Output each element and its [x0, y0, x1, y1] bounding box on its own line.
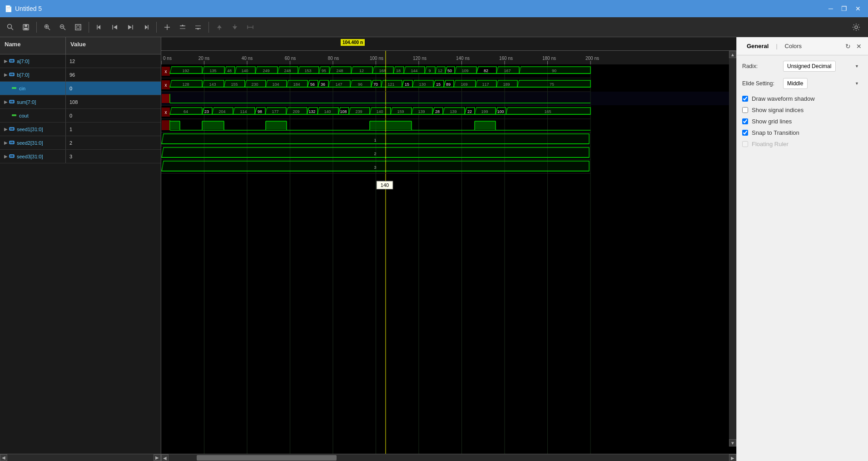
svg-rect-324 — [443, 108, 464, 114]
search-toolbar-button[interactable] — [4, 20, 17, 34]
svg-rect-313 — [391, 108, 411, 114]
signal-horizontal-scrollbar[interactable]: ◀ ▶ — [0, 454, 161, 461]
draw-waveform-shadow-checkbox[interactable] — [742, 96, 748, 102]
zoom-in-button[interactable] — [40, 20, 54, 34]
radix-select[interactable]: Binary Octal Unsigned Decimal Signed Dec… — [783, 61, 836, 72]
svg-rect-224 — [351, 81, 371, 87]
floating-ruler-row: Floating Ruler — [742, 141, 863, 147]
svg-rect-194 — [203, 81, 223, 87]
svg-text:70: 70 — [373, 82, 378, 87]
svg-marker-32 — [233, 26, 237, 29]
signal-value-seed1: 1 — [66, 127, 76, 132]
signal-row-seed2[interactable]: ▶seed2[31:0]2 — [0, 136, 161, 150]
floating-ruler-checkbox[interactable] — [742, 141, 748, 147]
show-grid-lines-row: Show grid lines — [742, 118, 863, 125]
close-panel-button[interactable]: ✕ — [854, 42, 863, 51]
signal-row-b70[interactable]: ▶b[7:0]96 — [0, 68, 161, 82]
maximize-button[interactable]: ❐ — [838, 4, 850, 13]
show-signal-indices-label: Show signal indices — [752, 107, 804, 113]
svg-marker-17 — [114, 25, 117, 29]
toolbar-sep-1 — [36, 22, 37, 33]
show-signal-indices-checkbox[interactable] — [742, 107, 748, 113]
toolbar-sep-3 — [156, 22, 157, 33]
h-scroll-left[interactable]: ◀ — [161, 454, 169, 461]
right-panel-content: Radix: Binary Octal Unsigned Decimal Sig… — [737, 55, 868, 157]
signal-panel: Name Value ▶a[7:0]12▶b[7:0]96cin0▶sum[7:… — [0, 37, 161, 461]
refresh-button[interactable]: ↻ — [843, 42, 853, 51]
svg-text:132: 132 — [308, 109, 315, 114]
fit-button[interactable] — [71, 20, 85, 34]
signal-row-a70[interactable]: ▶a[7:0]12 — [0, 54, 161, 68]
sig-scroll-right[interactable]: ▶ — [154, 454, 161, 461]
minimize-button[interactable]: ─ — [826, 4, 836, 13]
main-layout: Name Value ▶a[7:0]12▶b[7:0]96cin0▶sum[7:… — [0, 37, 868, 461]
time-range-button[interactable] — [243, 20, 257, 34]
signal-row-cin[interactable]: cin0 — [0, 82, 161, 95]
elide-select-wrapper: Left Middle Right None — [783, 78, 863, 89]
insert-below-button[interactable] — [191, 20, 205, 34]
expand-arrow-b70[interactable]: ▶ — [4, 72, 8, 77]
waveform-scroll[interactable]: ▲ ▼ 0 ns 20 ns 40 ns 60 ns 80 ns 100 ns … — [161, 51, 736, 454]
svg-point-37 — [855, 26, 858, 29]
signal-row-seed3[interactable]: ▶seed3[31:0]3 — [0, 150, 161, 163]
close-button[interactable]: ✕ — [853, 4, 863, 13]
expand-arrow-seed2[interactable]: ▶ — [4, 140, 8, 145]
add-signal-button[interactable] — [160, 20, 174, 34]
save-toolbar-button[interactable] — [19, 20, 33, 34]
svg-rect-238 — [413, 81, 433, 87]
signal-icon-seed3 — [9, 153, 15, 160]
move-down-button[interactable] — [228, 20, 242, 34]
waveform-canvas[interactable]: 0 ns 20 ns 40 ns 60 ns 80 ns 100 ns 120 … — [161, 51, 729, 454]
h-scroll-thumb[interactable] — [197, 455, 337, 461]
svg-rect-158 — [404, 67, 424, 73]
svg-rect-260 — [518, 81, 590, 87]
svg-rect-372 — [162, 162, 589, 171]
show-signal-indices-row: Show signal indices — [742, 107, 863, 113]
signal-icon-cin — [11, 85, 17, 92]
prev-edge-button[interactable] — [93, 20, 106, 34]
title-bar-controls: ─ ❐ ✕ — [826, 4, 863, 13]
svg-text:200 ns: 200 ns — [585, 56, 599, 61]
h-scroll-right[interactable]: ▶ — [729, 454, 736, 461]
svg-rect-291 — [287, 108, 307, 114]
expand-arrow-seed3[interactable]: ▶ — [4, 154, 8, 159]
svg-rect-220 — [329, 81, 350, 87]
svg-rect-331 — [475, 108, 495, 114]
radix-select-wrapper: Binary Octal Unsigned Decimal Signed Dec… — [783, 61, 863, 72]
expand-arrow-sum70[interactable]: ▶ — [4, 99, 8, 104]
settings-gear-button[interactable] — [848, 19, 864, 35]
insert-above-button[interactable] — [176, 20, 189, 34]
v-scroll-up-btn[interactable]: ▲ — [729, 51, 736, 58]
last-button[interactable] — [124, 20, 137, 34]
signal-row-cout[interactable]: cout0 — [0, 109, 161, 123]
signal-name-seed2: ▶seed2[31:0] — [0, 136, 66, 149]
signal-icon-seed2 — [9, 140, 15, 146]
expand-arrow-a70[interactable]: ▶ — [4, 59, 8, 64]
zoom-out-button[interactable] — [56, 20, 69, 34]
svg-text:140 ns: 140 ns — [456, 56, 470, 61]
signal-value-seed3: 3 — [66, 154, 76, 159]
snap-to-transition-checkbox[interactable] — [742, 130, 748, 136]
svg-text:98: 98 — [258, 109, 262, 114]
svg-text:108: 108 — [340, 109, 347, 114]
expand-arrow-seed1[interactable]: ▶ — [4, 127, 8, 132]
svg-marker-30 — [217, 25, 222, 28]
signal-name-seed1: ▶seed1[31:0] — [0, 123, 66, 136]
next-edge-button[interactable] — [139, 20, 153, 34]
elide-select[interactable]: Left Middle Right None — [783, 78, 808, 89]
move-up-button[interactable] — [213, 20, 226, 34]
signal-row-seed1[interactable]: ▶seed1[31:0]1 — [0, 123, 161, 136]
h-scroll-track[interactable] — [169, 454, 729, 461]
first-button[interactable] — [108, 20, 122, 34]
show-grid-lines-checkbox[interactable] — [742, 118, 748, 124]
sig-scroll-left[interactable]: ◀ — [0, 454, 7, 461]
svg-rect-339 — [162, 120, 170, 130]
signal-name-cout: cout — [0, 109, 66, 122]
svg-rect-349 — [266, 121, 287, 129]
v-scroll-down-btn[interactable]: ▼ — [729, 439, 736, 446]
tab-colors[interactable]: Colors — [779, 41, 808, 51]
svg-text:28: 28 — [435, 109, 440, 114]
signal-value-a70: 12 — [66, 59, 79, 64]
tab-general[interactable]: General — [741, 41, 774, 51]
signal-row-sum70[interactable]: ▶sum[7:0]108 — [0, 95, 161, 109]
